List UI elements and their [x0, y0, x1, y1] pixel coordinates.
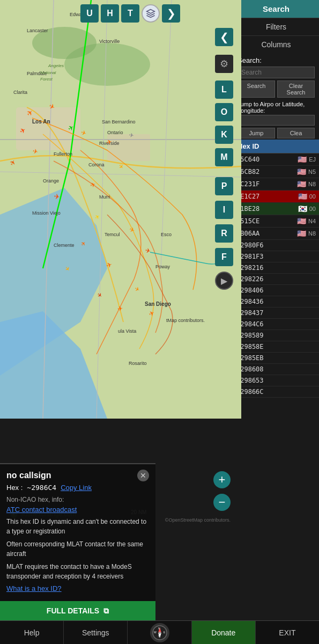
hex-row[interactable]: AC231F🇺🇸N8 — [233, 178, 319, 191]
svg-text:Angeles: Angeles — [48, 63, 64, 68]
hex-row[interactable]: A5C640🇺🇸EJ — [233, 153, 319, 166]
jump-button[interactable]: Jump — [238, 128, 275, 138]
arrow-left-button[interactable]: ❮ — [215, 28, 233, 46]
hex-row[interactable]: ~29866C — [233, 386, 319, 398]
u-button[interactable]: U — [80, 4, 99, 23]
h-button[interactable]: H — [101, 4, 119, 23]
hex-row[interactable]: ~298216 — [233, 262, 319, 274]
hex-row[interactable]: ~298608 — [233, 364, 319, 375]
svg-text:N: N — [158, 627, 160, 630]
play-button[interactable]: ▶ — [215, 272, 233, 290]
hex-row[interactable]: ~298436 — [233, 296, 319, 308]
svg-text:Victorville: Victorville — [99, 39, 120, 44]
k-button[interactable]: K — [215, 126, 233, 144]
arrow-right-button[interactable]: ❯ — [162, 4, 180, 23]
donate-button[interactable]: Donate — [192, 621, 256, 644]
hex-rows-container: A5C640🇺🇸EJA6CB82🇺🇸N5AC231F🇺🇸N8AE1C27🇺🇸00… — [233, 153, 319, 398]
jump-label: Jump to Airpo or Latitude, Longitude: — [233, 99, 319, 114]
help-button[interactable]: Help — [0, 621, 64, 644]
svg-text:Orange: Orange — [43, 178, 59, 184]
svg-text:W: W — [154, 631, 157, 634]
hex-id-value: ~29866C — [236, 388, 316, 396]
flag-icon: 🇺🇸 — [298, 192, 307, 201]
search-input[interactable] — [238, 67, 315, 78]
hex-row[interactable]: ~2980F6 — [233, 240, 319, 251]
clear-search-button[interactable]: Clear Search — [277, 80, 315, 98]
atc-contact-link[interactable]: ATC contact broadcast — [6, 506, 149, 514]
full-details-icon: ⧉ — [103, 606, 109, 616]
hex-row[interactable]: ~298589 — [233, 330, 319, 341]
hex-id-value: ~298436 — [236, 298, 316, 305]
svg-text:Poway: Poway — [155, 264, 170, 269]
map-background[interactable]: Edwards Lancaster Victorville Palmdale C… — [0, 0, 241, 419]
hex-row[interactable]: ~2981F3 — [233, 251, 319, 262]
hex-id-value: ~2985EB — [236, 354, 316, 362]
t-button[interactable]: T — [121, 4, 139, 23]
hex-row[interactable]: AB06AA🇺🇸N8 — [233, 228, 319, 240]
svg-rect-6 — [107, 134, 150, 161]
hex-row[interactable]: ~298653 — [233, 375, 319, 386]
filters-button[interactable]: Filters — [233, 18, 319, 35]
hex-row[interactable]: ~29858E — [233, 341, 319, 353]
flag-icon: 🇺🇸 — [297, 180, 306, 188]
layers-button[interactable] — [142, 4, 160, 23]
hex-id-value: A5C640 — [236, 156, 295, 163]
zoom-in-button[interactable]: + — [213, 471, 231, 488]
l-button[interactable]: L — [215, 80, 233, 99]
jump-input[interactable] — [238, 115, 315, 126]
hex-table[interactable]: Hex ID A5C640🇺🇸EJA6CB82🇺🇸N5AC231F🇺🇸N8AE1… — [233, 140, 319, 419]
svg-text:Corona: Corona — [88, 162, 105, 167]
hex-tail-value: 00 — [309, 206, 316, 212]
hex-row[interactable]: ~2985EB — [233, 353, 319, 364]
exit-button[interactable]: EXIT — [256, 621, 319, 644]
hex-row[interactable]: ~2984C6 — [233, 319, 319, 330]
svg-text:San Diego: San Diego — [145, 301, 171, 307]
f-button[interactable]: F — [215, 248, 233, 266]
svg-text:Murri: Murri — [99, 194, 110, 200]
hex-id-value: ~2981F3 — [236, 253, 316, 260]
full-details-button[interactable]: FULL DETAILS ⧉ — [0, 601, 155, 620]
settings-button[interactable]: Settings — [64, 621, 128, 644]
hex-id-value: ~2984C6 — [236, 320, 316, 328]
hex-row[interactable]: A6CB82🇺🇸N5 — [233, 166, 319, 178]
hex-id-value: AE1C27 — [236, 193, 296, 200]
search-button[interactable]: Search — [238, 80, 275, 98]
hex-row[interactable]: ~298437 — [233, 308, 319, 319]
svg-text:Clarita: Clarita — [13, 90, 27, 95]
hex-label: Hex : — [6, 484, 23, 492]
o-button[interactable]: O — [215, 103, 233, 121]
i-button[interactable]: I — [215, 201, 233, 219]
hex-row[interactable]: ~298406 — [233, 285, 319, 296]
search-label: Search: — [233, 53, 319, 65]
what-is-hex-link[interactable]: What is a hex ID? — [6, 584, 149, 592]
info-close-button[interactable]: ✕ — [137, 470, 149, 481]
hex-id-value: ~298226 — [236, 275, 316, 283]
hex-id-value: AB06AA — [236, 230, 295, 237]
r-button[interactable]: R — [215, 224, 233, 243]
svg-text:Clemente: Clemente — [54, 243, 75, 248]
clear-jump-button[interactable]: Clea — [277, 128, 315, 138]
svg-text:Mission Viejo: Mission Viejo — [32, 210, 61, 216]
hex-row[interactable]: A515CE🇺🇸N4 — [233, 215, 319, 228]
svg-text:Rosarito: Rosarito — [129, 361, 147, 366]
copy-link-button[interactable]: Copy Link — [61, 484, 92, 492]
p-button[interactable]: P — [215, 177, 233, 195]
svg-text:Fullerton: Fullerton — [54, 151, 72, 157]
zoom-out-button[interactable]: − — [213, 494, 231, 511]
hex-row[interactable]: ~298226 — [233, 274, 319, 285]
hex-table-header: Hex ID — [233, 140, 319, 153]
flag-icon: 🇺🇸 — [298, 155, 307, 164]
hex-tail-value: N8 — [308, 181, 316, 187]
hex-tail-value: N5 — [308, 169, 316, 175]
gear-button[interactable]: ⚙ — [215, 55, 233, 73]
compass-icon: N S W E — [150, 623, 169, 642]
columns-button[interactable]: Columns — [233, 35, 319, 53]
compass-button[interactable]: N S W E — [128, 621, 191, 644]
search-tab-button[interactable]: Search — [233, 0, 319, 18]
hex-row[interactable]: 71BE28🇰🇷00 — [233, 203, 319, 215]
hex-id-value: ~298589 — [236, 332, 316, 339]
flag-icon: 🇰🇷 — [298, 204, 307, 213]
hex-row[interactable]: AE1C27🇺🇸00 — [233, 191, 319, 203]
flag-icon: 🇺🇸 — [297, 229, 306, 238]
m-button[interactable]: M — [215, 148, 233, 166]
